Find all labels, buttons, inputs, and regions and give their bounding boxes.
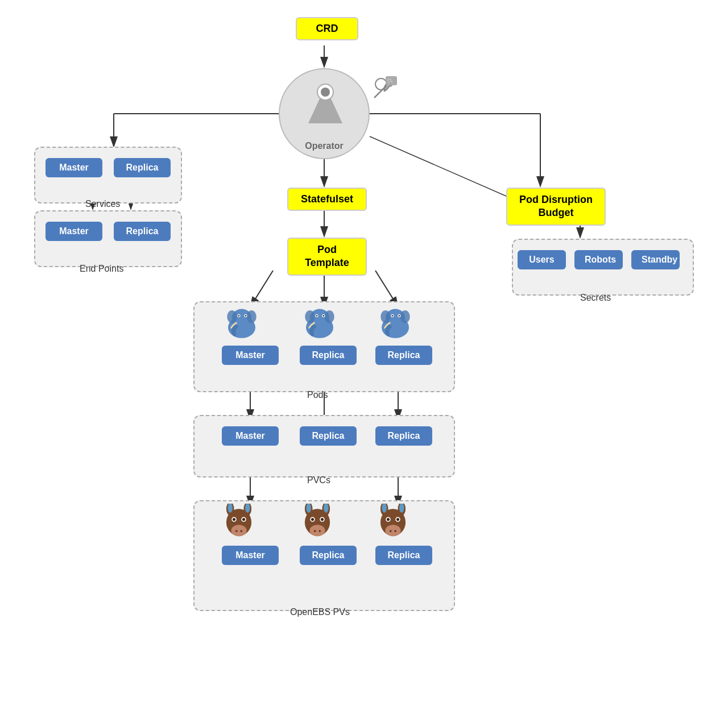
pvcs-master-box: Master xyxy=(222,426,279,446)
svg-point-33 xyxy=(245,315,247,317)
svg-point-51 xyxy=(231,525,246,536)
elephant-replica1-icon xyxy=(300,307,340,341)
pvcs-replica1-box: Replica xyxy=(300,426,357,446)
svg-point-84 xyxy=(390,530,391,532)
secrets-label: Secrets xyxy=(580,293,611,303)
operator-label: Operator xyxy=(305,141,344,151)
svg-point-36 xyxy=(305,310,315,323)
svg-point-45 xyxy=(400,310,410,323)
endpoints-master-box: Master xyxy=(46,222,102,241)
svg-point-22 xyxy=(321,88,330,97)
openebs-label: OpenEBS PVs xyxy=(290,607,350,617)
svg-point-29 xyxy=(247,310,257,323)
pods-replica2-box: Replica xyxy=(375,346,432,365)
svg-point-55 xyxy=(242,518,245,521)
svg-point-65 xyxy=(311,518,314,521)
svg-text:🐘: 🐘 xyxy=(387,77,394,85)
svg-point-75 xyxy=(385,525,400,536)
openebs-master-box: Master xyxy=(222,546,279,565)
svg-point-85 xyxy=(395,530,396,532)
statefulset-box: Statefulset xyxy=(287,188,367,211)
operator-circle: Operator xyxy=(279,68,370,159)
donkey-master-icon xyxy=(220,504,259,541)
svg-point-77 xyxy=(387,518,390,521)
openebs-replica1-box: Replica xyxy=(300,546,357,565)
services-label: Services xyxy=(85,199,120,209)
elephant-master-icon xyxy=(222,307,262,341)
svg-point-61 xyxy=(241,530,242,532)
pods-label: Pods xyxy=(307,390,328,400)
svg-point-63 xyxy=(309,525,325,536)
svg-point-53 xyxy=(233,518,235,521)
diagram-container: CRD Operator 🐘 Statefulset Pod Template … xyxy=(0,0,728,702)
svg-point-28 xyxy=(227,310,237,323)
robots-box: Robots xyxy=(574,250,623,269)
donkey-replica2-icon xyxy=(374,504,413,541)
pods-master-box: Master xyxy=(222,346,279,365)
svg-point-23 xyxy=(375,78,387,90)
svg-point-39 xyxy=(316,315,318,317)
pods-replica1-box: Replica xyxy=(300,346,357,365)
svg-point-72 xyxy=(314,530,316,532)
svg-point-67 xyxy=(321,518,324,521)
endpoints-replica-box: Replica xyxy=(114,222,171,241)
svg-point-79 xyxy=(396,518,399,521)
openebs-replica2-box: Replica xyxy=(375,546,432,565)
endpoints-label: End Points xyxy=(80,264,123,274)
svg-point-44 xyxy=(380,310,390,323)
svg-point-60 xyxy=(235,530,237,532)
svg-point-73 xyxy=(319,530,321,532)
svg-point-37 xyxy=(325,310,334,323)
services-master-box: Master xyxy=(46,158,102,177)
wrench-icon: 🐘 xyxy=(369,75,397,106)
pvcs-dashed-box xyxy=(193,415,455,477)
svg-point-47 xyxy=(392,315,394,317)
svg-point-49 xyxy=(399,315,400,317)
pvcs-label: PVCs xyxy=(307,475,330,485)
crd-box: CRD xyxy=(296,17,358,40)
users-box: Users xyxy=(518,250,566,269)
pod-disruption-budget-box: Pod DisruptionBudget xyxy=(506,188,606,226)
svg-point-41 xyxy=(323,315,325,317)
pvcs-replica2-box: Replica xyxy=(375,426,432,446)
elephant-replica2-icon xyxy=(375,307,415,341)
services-replica-box: Replica xyxy=(114,158,171,177)
pod-template-box: Pod Template xyxy=(287,238,367,276)
donkey-replica1-icon xyxy=(298,504,338,541)
svg-point-31 xyxy=(238,315,240,317)
standby-box: Standby xyxy=(631,250,680,269)
